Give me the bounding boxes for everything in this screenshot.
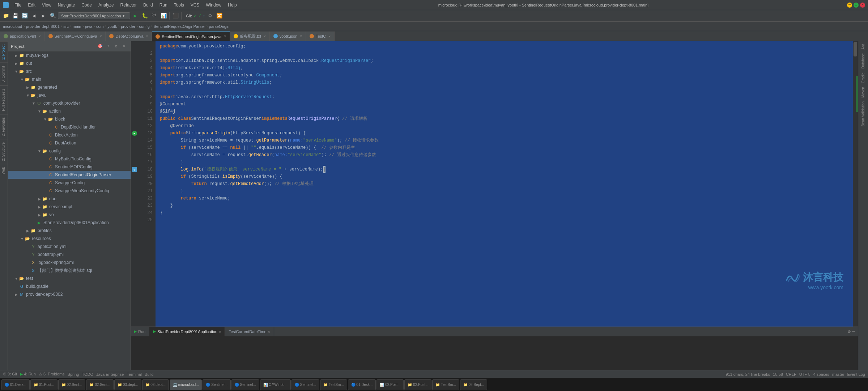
tree-item-swagger[interactable]: C SwaggerConfig <box>8 179 131 187</box>
status-run[interactable]: ▶ 4: Run <box>20 372 35 377</box>
code-editor[interactable]: ▶ @ 2 3 4 <box>131 41 858 327</box>
taskbar-item-11[interactable]: 📁 TestSm... <box>320 379 347 390</box>
tab-close[interactable]: × <box>39 34 41 38</box>
breadcrumb-method[interactable]: parseOrigin <box>209 24 230 29</box>
menu-tools[interactable]: Tools <box>171 2 187 8</box>
tree-item-muyan-logs[interactable]: ▶ 📁 muyan-logs <box>8 51 131 59</box>
breadcrumb-main[interactable]: main <box>73 24 81 29</box>
stop-btn[interactable]: ⬛ <box>171 12 180 20</box>
tree-item-sentinel-aop[interactable]: C SentinelAOPConfig <box>8 163 131 171</box>
tab-dept-action[interactable]: DeptAction.java × <box>106 31 152 41</box>
tab-sentinel-parser[interactable]: SentinelRequestOriginParser.java × <box>152 31 230 41</box>
tree-item-start-app[interactable]: ▶ StartProviderDept8001Application <box>8 219 131 227</box>
tab-sentinel-aop[interactable]: SentinelAOPConfig.java × <box>45 31 106 41</box>
right-panel-database[interactable]: Database <box>860 52 866 70</box>
run-config-selector[interactable]: StartProviderDept8001Application ▾ <box>58 12 130 19</box>
open-file-btn[interactable]: 📁 <box>1 12 10 20</box>
menu-run[interactable]: Run <box>157 2 170 8</box>
taskbar-item-6[interactable]: 📁 03:dept... <box>142 379 169 390</box>
breadcrumb-src[interactable]: src <box>63 24 69 29</box>
scrollbar-thumb[interactable] <box>854 42 857 56</box>
back-btn[interactable]: ◀ <box>30 12 38 20</box>
minimize-panel-btn[interactable]: ─ <box>852 329 855 334</box>
vertical-scrollbar[interactable] <box>853 41 858 327</box>
sidebar-tab-project[interactable]: 1: Project <box>0 41 8 63</box>
menu-build[interactable]: Build <box>140 2 156 8</box>
tree-item-dao[interactable]: ▶ 📁 dao <box>8 195 131 203</box>
tab-close[interactable]: × <box>100 34 102 38</box>
taskbar-item-idea[interactable]: 💻 microcloud... <box>170 379 202 390</box>
taskbar-item-1[interactable]: 🔵 01:Desk... <box>1 379 30 390</box>
tree-item-block[interactable]: ▼ 📂 block <box>8 115 131 123</box>
tree-item-action[interactable]: ▼ 📂 action <box>8 107 131 115</box>
breadcrumb-config[interactable]: config <box>139 24 150 29</box>
sidebar-tab-web[interactable]: Web <box>0 164 8 177</box>
tree-item-module-8002[interactable]: ▶ M provider-dept-8002 <box>8 290 131 298</box>
right-panel-bean[interactable]: Bean Validation <box>860 100 866 128</box>
right-panel-gradle[interactable]: Gradle <box>860 71 866 85</box>
breadcrumb-com[interactable]: com <box>96 24 104 29</box>
right-panel-maven[interactable]: Maven <box>860 85 866 99</box>
tab-close[interactable]: × <box>224 34 226 38</box>
panel-close-btn[interactable]: × <box>120 43 128 50</box>
menu-refactor[interactable]: Refactor <box>118 2 140 8</box>
tree-item-test[interactable]: ▼ 📂 test <box>8 274 131 282</box>
taskbar-item-2[interactable]: 📁 01:Post... <box>30 379 58 390</box>
tab-application-yml[interactable]: application.yml × <box>0 31 45 41</box>
tree-item-swagger-security[interactable]: C SwaggerWebSecurityConfig <box>8 187 131 195</box>
status-spring[interactable]: Spring <box>68 372 79 377</box>
taskbar-item-15[interactable]: 📁 TestSm... <box>432 379 459 390</box>
menu-help[interactable]: Help <box>225 2 240 8</box>
event-log-btn[interactable]: Event Log <box>847 372 865 377</box>
taskbar-item-9[interactable]: 📊 C:\\Windo... <box>260 379 291 390</box>
tree-item-service[interactable]: ▶ 📁 service.impl <box>8 203 131 211</box>
sidebar-tab-structure[interactable]: 2: Structure <box>0 139 8 164</box>
menu-edit[interactable]: Edit <box>25 2 38 8</box>
status-build[interactable]: Build <box>145 372 153 377</box>
right-panel-ant[interactable]: Ant <box>860 43 866 51</box>
status-line-ending[interactable]: CRLF <box>786 372 796 377</box>
debug-btn[interactable]: 🐛 <box>140 12 149 20</box>
tree-item-block-action[interactable]: C BlockAction <box>8 131 131 139</box>
taskbar-item-8[interactable]: 🔵 Sentinel... <box>231 379 259 390</box>
tab-close[interactable]: × <box>146 34 148 38</box>
tree-item-bootstrap-yml[interactable]: Y bootstrap.yml <box>8 251 131 258</box>
tab-close[interactable]: × <box>300 34 302 38</box>
coverage-btn[interactable]: 🛡 <box>150 12 158 20</box>
tree-item-logback[interactable]: X logback-spring.xml <box>8 258 131 266</box>
menu-window[interactable]: Window <box>203 2 224 8</box>
run-tab-close-2[interactable]: × <box>268 329 270 334</box>
status-branch[interactable]: master <box>832 372 844 377</box>
settings-btn[interactable]: ⚙ <box>206 12 214 20</box>
run-gutter-indicator[interactable]: ▶ <box>132 131 137 136</box>
bottom-tab-run-app[interactable]: ▶ StartProviderDept8001Application × <box>149 327 225 336</box>
menu-code[interactable]: Code <box>78 2 95 8</box>
settings-gear-icon[interactable]: ⚙ <box>848 329 851 335</box>
status-indent[interactable]: 4 spaces <box>813 372 829 377</box>
save-btn[interactable]: 💾 <box>11 12 20 20</box>
sync-btn[interactable]: 🔄 <box>20 12 29 20</box>
sidebar-tab-pull-requests[interactable]: Pull Requests <box>0 85 8 114</box>
taskbar-item-13[interactable]: 📊 02:Post... <box>376 379 404 390</box>
code-content[interactable]: package com.yootk.provider.config; impor… <box>156 41 858 327</box>
status-enterprise[interactable]: Java Enterprise <box>96 372 124 377</box>
tree-item-generated[interactable]: ▶ 📁 generated <box>8 83 131 91</box>
taskbar-item-7[interactable]: 🔵 Sentinel... <box>203 379 230 390</box>
taskbar-item-3[interactable]: 📁 02:Sent... <box>58 379 86 390</box>
run-btn[interactable]: ▶ <box>131 12 140 20</box>
tree-item-out[interactable]: ▶ 📁 out <box>8 59 131 67</box>
status-todo[interactable]: TODO <box>82 372 93 377</box>
tree-item-vo[interactable]: ▶ 📁 vo <box>8 211 131 219</box>
taskbar-item-10[interactable]: 🔵 Sentinel... <box>292 379 319 390</box>
taskbar-item-4[interactable]: 📁 02:Sent... <box>86 379 114 390</box>
status-git[interactable]: ⑨ 9: Git <box>3 372 17 377</box>
menu-file[interactable]: File <box>12 2 24 8</box>
bottom-tab-test[interactable]: TestCurrentDateTime × <box>225 327 274 336</box>
tree-item-java[interactable]: ▼ 📂 java <box>8 91 131 99</box>
collapse-all-btn[interactable]: ⬆ <box>105 43 112 50</box>
taskbar-item-16[interactable]: 📁 02:Sept... <box>460 379 488 390</box>
minimize-button[interactable]: ─ <box>847 3 852 8</box>
sidebar-tab-commit[interactable]: 0: Commit <box>0 63 8 85</box>
tree-item-package[interactable]: ▼ ⬡ com.yootk.provider <box>8 99 131 107</box>
tree-item-dept-action[interactable]: C DeptAction <box>8 139 131 147</box>
